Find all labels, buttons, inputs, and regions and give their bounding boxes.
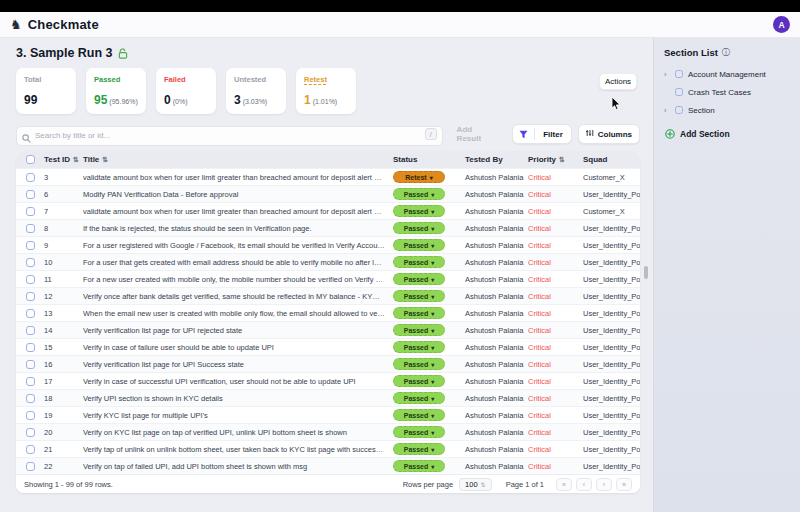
status-badge[interactable]: Passed▾ bbox=[393, 256, 445, 268]
table-row[interactable]: 10For a user that gets created with emai… bbox=[16, 253, 640, 270]
sidebar-item-section[interactable]: ›Section bbox=[664, 104, 790, 116]
table-row[interactable]: 20Verify on KYC list page on tap of veri… bbox=[16, 423, 640, 440]
stat-value: 0 bbox=[164, 93, 171, 107]
row-checkbox[interactable] bbox=[26, 411, 35, 420]
row-count-text: Showing 1 - 99 of 99 rows. bbox=[24, 480, 113, 489]
table-row[interactable]: 8If the bank is rejected, the status sho… bbox=[16, 219, 640, 236]
sidebar-item-account-management[interactable]: ›Account Management bbox=[664, 68, 790, 80]
stat-card-untested: Untested3(3.03%) bbox=[226, 68, 286, 114]
row-checkbox[interactable] bbox=[26, 292, 35, 301]
status-label: Passed bbox=[404, 242, 429, 249]
status-badge[interactable]: Passed▾ bbox=[393, 392, 445, 404]
table-row[interactable]: 12Verify once after bank details get ver… bbox=[16, 287, 640, 304]
table-row[interactable]: 16Verify verification list page for UPI … bbox=[16, 355, 640, 372]
table-row[interactable]: 15Verify in case of failure user should … bbox=[16, 338, 640, 355]
cell-priority: Critical bbox=[528, 275, 583, 284]
next-page-button[interactable]: › bbox=[596, 478, 612, 491]
row-checkbox[interactable] bbox=[26, 326, 35, 335]
sort-icon[interactable]: ⇅ bbox=[102, 156, 108, 163]
section-checkbox[interactable] bbox=[675, 70, 683, 78]
status-badge[interactable]: Passed▾ bbox=[393, 358, 445, 370]
last-page-button[interactable]: » bbox=[616, 478, 632, 491]
add-section-button[interactable]: Add Section bbox=[665, 125, 790, 143]
row-checkbox[interactable] bbox=[26, 275, 35, 284]
status-badge[interactable]: Passed▾ bbox=[393, 307, 445, 319]
table-row[interactable]: 11For a new user created with mobile onl… bbox=[16, 270, 640, 287]
table-scrollbar-thumb[interactable] bbox=[644, 266, 648, 279]
table-row[interactable]: 13When the email new user is created wit… bbox=[16, 304, 640, 321]
status-badge[interactable]: Passed▾ bbox=[393, 324, 445, 336]
section-checkbox[interactable] bbox=[675, 106, 683, 114]
rows-per-page-select[interactable]: 100 ⇅ bbox=[459, 478, 492, 491]
column-header-priority[interactable]: Priority⇅ bbox=[528, 155, 583, 164]
row-checkbox[interactable] bbox=[26, 309, 35, 318]
cell-squad: Customer_X bbox=[583, 173, 640, 182]
row-checkbox[interactable] bbox=[26, 462, 35, 471]
cell-title: validtate amount box when for user limit… bbox=[83, 207, 393, 216]
table-row[interactable]: 22Verify on tap of failed UPI, add UPI b… bbox=[16, 457, 640, 474]
search-input[interactable] bbox=[16, 126, 443, 146]
chevron-right-icon[interactable]: › bbox=[664, 71, 670, 78]
sort-icon[interactable]: ⇅ bbox=[73, 156, 79, 163]
row-checkbox[interactable] bbox=[26, 394, 35, 403]
status-badge[interactable]: Passed▾ bbox=[393, 460, 445, 472]
table-row[interactable]: 14Verify verification list page for UPI … bbox=[16, 321, 640, 338]
table-row[interactable]: 18Verify UPI section is shown in KYC det… bbox=[16, 389, 640, 406]
chevron-right-icon[interactable]: › bbox=[664, 107, 670, 114]
column-header-squad: Squad bbox=[583, 155, 640, 164]
status-badge[interactable]: Passed▾ bbox=[393, 409, 445, 421]
row-checkbox[interactable] bbox=[26, 377, 35, 386]
add-result-button[interactable]: Add Result bbox=[457, 125, 497, 143]
stat-card-retest: Retest1(1.01%) bbox=[296, 68, 356, 114]
user-avatar[interactable]: A bbox=[773, 16, 790, 33]
sort-icon[interactable]: ⇅ bbox=[559, 156, 565, 163]
table-row[interactable]: 21Verify tap of unlink on unlink bottom … bbox=[16, 440, 640, 457]
table-row[interactable]: 6Modify PAN Verification Data - Before a… bbox=[16, 185, 640, 202]
table-row[interactable]: 19Verify KYC list page for multiple UPI'… bbox=[16, 406, 640, 423]
columns-button[interactable]: Columns bbox=[578, 124, 640, 144]
status-badge[interactable]: Passed▾ bbox=[393, 222, 445, 234]
filter-label[interactable]: Filter bbox=[535, 130, 571, 139]
column-header-title[interactable]: Title⇅ bbox=[83, 155, 393, 164]
table-row[interactable]: 17Verify in case of successful UPI verif… bbox=[16, 372, 640, 389]
status-badge[interactable]: Passed▾ bbox=[393, 273, 445, 285]
select-all-checkbox[interactable] bbox=[26, 155, 35, 164]
sidebar-item-crash-test-cases[interactable]: Crash Test Cases bbox=[664, 86, 790, 98]
row-checkbox[interactable] bbox=[26, 428, 35, 437]
row-checkbox[interactable] bbox=[26, 445, 35, 454]
row-checkbox[interactable] bbox=[26, 173, 35, 182]
status-badge[interactable]: Passed▾ bbox=[393, 443, 445, 455]
status-badge[interactable]: Passed▾ bbox=[393, 341, 445, 353]
row-checkbox[interactable] bbox=[26, 190, 35, 199]
pagination: «‹›» bbox=[556, 478, 632, 491]
prev-page-button[interactable]: ‹ bbox=[576, 478, 592, 491]
row-checkbox[interactable] bbox=[26, 343, 35, 352]
stat-value-row: 1(1.01%) bbox=[304, 93, 348, 107]
status-badge[interactable]: Retest▾ bbox=[393, 171, 445, 183]
actions-button[interactable]: Actions bbox=[599, 73, 637, 90]
cell-test-id: 22 bbox=[44, 462, 83, 471]
status-badge[interactable]: Passed▾ bbox=[393, 426, 445, 438]
first-page-button[interactable]: « bbox=[556, 478, 572, 491]
status-badge[interactable]: Passed▾ bbox=[393, 375, 445, 387]
status-badge[interactable]: Passed▾ bbox=[393, 205, 445, 217]
cell-tested-by: Ashutosh Palania bbox=[465, 326, 528, 335]
table-row[interactable]: 7validtate amount box when for user limi… bbox=[16, 202, 640, 219]
row-checkbox[interactable] bbox=[26, 258, 35, 267]
row-checkbox[interactable] bbox=[26, 241, 35, 250]
status-badge[interactable]: Passed▾ bbox=[393, 290, 445, 302]
chevron-down-icon: ▾ bbox=[431, 191, 434, 198]
table-row[interactable]: 3validtate amount box when for user limi… bbox=[16, 168, 640, 185]
table-row[interactable]: 9For a user registered with Google / Fac… bbox=[16, 236, 640, 253]
column-header-test-id[interactable]: Test ID⇅ bbox=[44, 155, 83, 164]
status-badge[interactable]: Passed▾ bbox=[393, 239, 445, 251]
row-checkbox[interactable] bbox=[26, 360, 35, 369]
status-badge[interactable]: Passed▾ bbox=[393, 188, 445, 200]
section-checkbox[interactable] bbox=[675, 88, 683, 96]
cell-squad: User_Identity_Pod bbox=[583, 309, 640, 318]
info-icon[interactable]: ⓘ bbox=[722, 49, 730, 57]
row-checkbox[interactable] bbox=[26, 224, 35, 233]
filter-button[interactable]: Filter bbox=[512, 124, 572, 144]
row-checkbox[interactable] bbox=[26, 207, 35, 216]
funnel-icon[interactable] bbox=[513, 130, 534, 139]
